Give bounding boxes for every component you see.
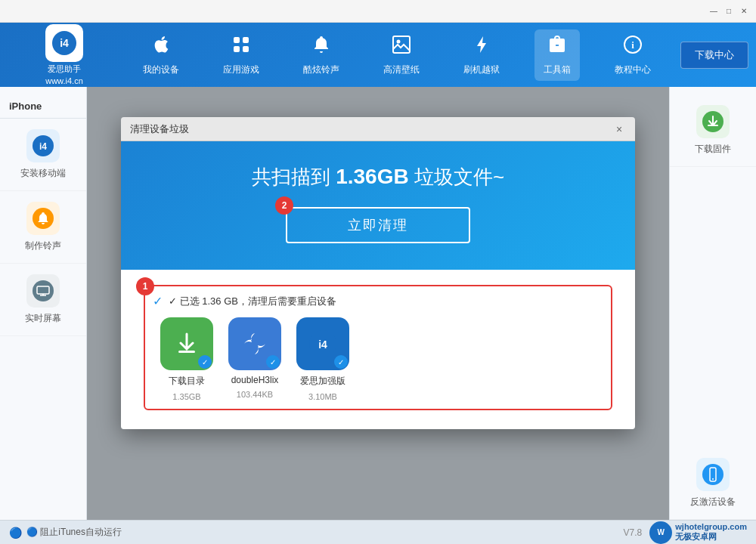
right-download-firmware-label: 下载固件	[695, 143, 731, 156]
screen-icon	[26, 274, 60, 308]
minimize-button[interactable]: —	[708, 5, 720, 17]
aisijia-icon: i4 ✓	[296, 317, 349, 370]
header: i4 爱思助手 www.i4.cn 我的设备	[0, 23, 756, 87]
svg-marker-8	[477, 36, 486, 53]
item1-check-icon: ✓	[198, 355, 212, 369]
clean-now-button[interactable]: 立即清理	[286, 207, 470, 243]
right-item-download-firmware[interactable]: 下载固件	[670, 94, 756, 167]
nav-wallpaper[interactable]: 高清壁纸	[374, 29, 429, 81]
sidebar: iPhone i4 安装移动端 制作铃声	[0, 87, 87, 520]
item2-size: 103.44KB	[237, 390, 273, 399]
watermark-text: 无极安卓网	[675, 531, 747, 542]
badge-2: 2	[275, 196, 293, 215]
svg-rect-4	[234, 46, 240, 52]
svg-text:i: i	[631, 39, 634, 51]
sidebar-item-install-mobile[interactable]: i4 安装移动端	[0, 119, 86, 191]
svg-point-22	[712, 478, 714, 480]
sidebar-install-mobile-label: 安装移动端	[20, 167, 66, 180]
scan-result-text: 共扫描到 1.36GB 垃圾文件~	[151, 164, 605, 190]
clean-button-wrapper: 2 立即清理	[286, 207, 470, 243]
selected-text: ✓ 已选 1.36 GB，清理后需要重启设备	[169, 295, 336, 308]
nav-toolbox-label: 工具箱	[544, 63, 571, 76]
download-center-button[interactable]: 下载中心	[680, 42, 748, 69]
info-icon: i	[622, 34, 643, 60]
svg-text:i4: i4	[39, 141, 47, 152]
grid-item-doubleh3lix[interactable]: ✓ doubleH3lix 103.44KB	[228, 317, 281, 401]
download-dir-icon: ✓	[160, 317, 213, 370]
sidebar-item-realtime-screen[interactable]: 实时屏幕	[0, 264, 86, 336]
watermark-icon: W	[649, 521, 672, 544]
app-icon	[231, 34, 252, 60]
svg-point-7	[397, 39, 401, 43]
install-mobile-icon: i4	[26, 129, 60, 162]
svg-rect-5	[243, 46, 249, 52]
svg-rect-3	[243, 37, 249, 43]
nav-my-device[interactable]: 我的设备	[134, 29, 188, 81]
right-sidebar: 下载固件 反激活设备	[669, 87, 756, 520]
logo-area: i4 爱思助手 www.i4.cn	[8, 24, 121, 85]
wallpaper-icon	[391, 34, 412, 60]
modal-overlay: 清理设备垃圾 × 共扫描到 1.36GB 垃圾文件~ 2 立即清理	[87, 87, 669, 520]
nav-ringtone[interactable]: 酷炫铃声	[294, 29, 349, 81]
modal-clean-junk: 清理设备垃圾 × 共扫描到 1.36GB 垃圾文件~ 2 立即清理	[121, 117, 635, 429]
badge-1: 1	[136, 277, 154, 295]
sidebar-item-make-ringtone[interactable]: 制作铃声	[0, 191, 86, 264]
svg-point-14	[33, 280, 54, 301]
maximize-button[interactable]: □	[723, 5, 735, 17]
nav-tutorial-label: 教程中心	[615, 63, 651, 76]
nav-app-game[interactable]: 应用游戏	[214, 29, 268, 81]
nav-wallpaper-label: 高清壁纸	[383, 63, 420, 76]
item1-name: 下载目录	[169, 375, 205, 388]
version-text: V7.8	[624, 527, 643, 538]
logo-url: www.i4.cn	[45, 76, 83, 85]
svg-text:i4: i4	[60, 37, 69, 49]
check-icon: ✓	[153, 294, 163, 308]
deactivate-icon	[696, 458, 730, 491]
right-item-deactivate[interactable]: 反激活设备	[670, 447, 756, 520]
doubleh3lix-icon: ✓	[228, 317, 281, 370]
sidebar-device-name: iPhone	[0, 94, 86, 119]
modal-title-bar: 清理设备垃圾 ×	[121, 117, 635, 141]
watermark-label: wjhotelgroup.com 无极安卓网	[675, 522, 747, 542]
bell-icon	[311, 34, 332, 60]
items-container: 1 ✓ ✓ 已选 1.36 GB，清理后需要重启设备	[144, 285, 612, 410]
logo-icon: i4	[45, 24, 83, 62]
item1-size: 1.35GB	[172, 392, 200, 401]
watermark-site: wjhotelgroup.com	[675, 522, 747, 531]
firmware-icon	[696, 105, 730, 138]
svg-rect-6	[393, 36, 410, 53]
item3-size: 3.10MB	[308, 392, 337, 401]
nav-ringtone-label: 酷炫铃声	[303, 63, 339, 76]
nav-jailbreak[interactable]: 刷机越狱	[454, 29, 509, 81]
modal-bottom-section: 1 ✓ ✓ 已选 1.36 GB，清理后需要重启设备	[121, 270, 635, 429]
bottom-bar: 🔵 🔵 阻止iTunes自动运行 V7.8 W wjhotelgroup.com…	[0, 520, 756, 544]
grid-item-aisijia[interactable]: i4 ✓ 爱思加强版 3.10MB	[296, 317, 349, 401]
items-grid: ✓ 下载目录 1.35GB	[153, 317, 603, 401]
bottom-itunes-text: 🔵 🔵 阻止iTunes自动运行	[9, 526, 122, 539]
item3-name: 爱思加强版	[300, 375, 345, 388]
apple-icon	[150, 34, 172, 60]
svg-rect-2	[234, 37, 240, 43]
bottom-left-label: 🔵 阻止iTunes自动运行	[26, 526, 122, 539]
item2-check-icon: ✓	[266, 355, 280, 369]
sidebar-make-ringtone-label: 制作铃声	[25, 240, 61, 252]
modal-title: 清理设备垃圾	[130, 122, 189, 136]
modal-top-section: 共扫描到 1.36GB 垃圾文件~ 2 立即清理	[121, 141, 635, 270]
nav-my-device-label: 我的设备	[143, 63, 179, 76]
nav-toolbox[interactable]: 工具箱	[534, 29, 580, 81]
ringtone-icon	[26, 202, 60, 235]
nav-tutorial[interactable]: i 教程中心	[606, 29, 660, 81]
content-area: 清理设备垃圾 × 共扫描到 1.36GB 垃圾文件~ 2 立即清理	[87, 87, 669, 520]
scan-size: 1.36GB	[336, 165, 409, 188]
svg-text:i4: i4	[318, 338, 327, 351]
nav-jailbreak-label: 刷机越狱	[463, 63, 500, 76]
svg-rect-16	[178, 351, 195, 353]
close-button[interactable]: ✕	[738, 5, 750, 17]
grid-item-download-dir[interactable]: ✓ 下载目录 1.35GB	[160, 317, 213, 401]
main-area: iPhone i4 安装移动端 制作铃声	[0, 87, 756, 520]
logo-name: 爱思助手	[48, 63, 81, 75]
title-bar: — □ ✕	[0, 0, 756, 23]
toolbox-icon	[547, 34, 568, 60]
sidebar-realtime-screen-label: 实时屏幕	[25, 312, 61, 325]
modal-close-button[interactable]: ×	[612, 122, 626, 136]
